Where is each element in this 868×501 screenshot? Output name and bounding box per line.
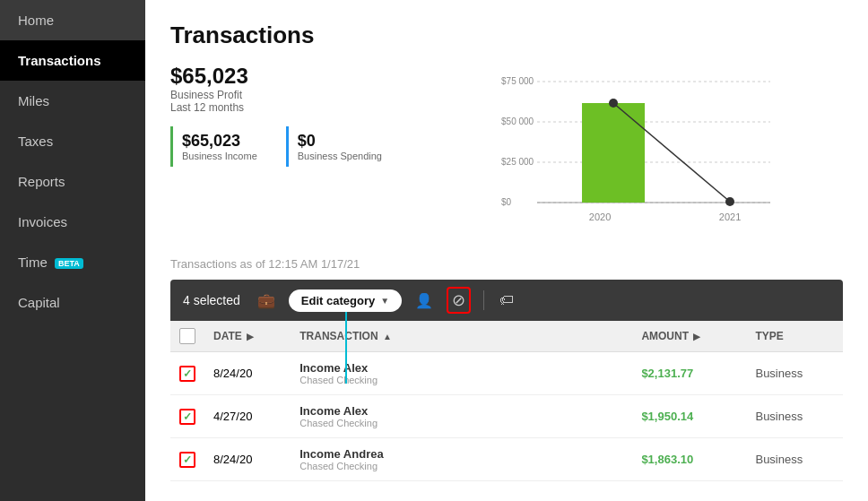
big-stat-label2: Last 12 months xyxy=(170,101,411,114)
row2-spacer xyxy=(453,395,632,438)
briefcase-icon[interactable]: 💼 xyxy=(256,290,276,310)
header-spacer xyxy=(453,321,632,352)
sidebar-item-capital[interactable]: Capital xyxy=(0,282,145,323)
chevron-down-icon: ▼ xyxy=(380,296,389,306)
top-row: $65,023 Business Profit Last 12 months $… xyxy=(170,64,843,243)
sidebar-item-time[interactable]: Time BETA xyxy=(0,242,145,282)
row1-transaction: Income Alex Chased Checking xyxy=(291,352,453,395)
row2-date: 4/27/20 xyxy=(204,395,291,438)
check-mark-icon: ✓ xyxy=(183,410,192,423)
table-row: ✓ 8/24/20 Income Alex Chased Checking $2… xyxy=(170,352,843,395)
edit-category-button[interactable]: Edit category ▼ xyxy=(289,289,402,312)
sub-stat-income: $65,023 Business Income xyxy=(170,126,272,167)
sidebar-item-miles[interactable]: Miles xyxy=(0,81,145,121)
row1-transaction-name: Income Alex xyxy=(299,361,444,375)
big-stat-label1: Business Profit xyxy=(170,89,411,101)
row2-transaction-name: Income Alex xyxy=(299,404,444,418)
edit-category-label: Edit category xyxy=(301,294,375,307)
row1-type: Business xyxy=(746,352,843,395)
table-header: DATE ▶ TRANSACTION ▲ AMOUNT ▶ TYPE xyxy=(170,321,843,352)
sidebar-item-invoices[interactable]: Invoices xyxy=(0,202,145,242)
sidebar-item-label: Time xyxy=(18,255,48,270)
sidebar-item-label: Invoices xyxy=(18,214,67,229)
row2-type: Business xyxy=(746,395,843,438)
row3-transaction: Income Andrea Chased Checking xyxy=(291,438,453,481)
row2-checkbox-cell: ✓ xyxy=(170,395,204,438)
chart-container: $75 000 $50 000 $25 000 $0 2020 2021 xyxy=(447,64,843,243)
sidebar-item-taxes[interactable]: Taxes xyxy=(0,121,145,161)
sidebar-item-label: Transactions xyxy=(18,53,101,68)
header-checkbox[interactable] xyxy=(179,328,195,344)
row3-amount: $1,863.10 xyxy=(632,438,746,481)
spending-amount: $0 xyxy=(298,132,382,151)
block-icon: ⊘ xyxy=(452,290,465,310)
header-date[interactable]: DATE ▶ xyxy=(204,321,291,352)
check-mark-icon: ✓ xyxy=(183,367,192,380)
stats-section: $65,023 Business Profit Last 12 months $… xyxy=(170,64,411,167)
sub-stats: $65,023 Business Income $0 Business Spen… xyxy=(170,126,411,167)
table-body: ✓ 8/24/20 Income Alex Chased Checking $2… xyxy=(170,352,843,481)
sidebar-item-transactions[interactable]: Transactions xyxy=(0,40,145,81)
svg-text:$0: $0 xyxy=(501,197,512,207)
row1-date: 8/24/20 xyxy=(204,352,291,395)
sidebar-item-home[interactable]: Home xyxy=(0,0,145,40)
row1-checkbox[interactable]: ✓ xyxy=(179,366,195,382)
header-transaction[interactable]: TRANSACTION ▲ xyxy=(291,321,453,352)
row2-amount: $1,950.14 xyxy=(632,395,746,438)
spending-label: Business Spending xyxy=(298,151,382,161)
row1-amount: $2,131.77 xyxy=(632,352,746,395)
sidebar-item-label: Taxes xyxy=(18,134,53,149)
selected-count: 4 selected xyxy=(183,293,240,307)
row3-checkbox-cell: ✓ xyxy=(170,438,204,481)
main-content: Transactions $65,023 Business Profit Las… xyxy=(145,0,868,501)
header-type: TYPE xyxy=(746,321,843,352)
table-row: ✓ 8/24/20 Income Andrea Chased Checking … xyxy=(170,438,843,481)
svg-text:$25 000: $25 000 xyxy=(501,157,534,167)
transactions-timestamp: Transactions as of 12:15 AM 1/17/21 xyxy=(170,257,843,271)
svg-text:2020: 2020 xyxy=(589,212,611,222)
header-checkbox-cell xyxy=(170,321,204,352)
row3-spacer xyxy=(453,438,632,481)
block-icon-wrapper[interactable]: ⊘ xyxy=(447,287,471,314)
row1-transaction-sub: Chased Checking xyxy=(299,375,444,385)
tag-icon[interactable]: 🏷 xyxy=(497,290,516,310)
sort-arrow-amount: ▶ xyxy=(693,332,700,341)
page-title: Transactions xyxy=(170,22,843,49)
row3-checkbox[interactable]: ✓ xyxy=(179,452,195,468)
sort-arrow-date: ▶ xyxy=(247,332,254,341)
row2-checkbox[interactable]: ✓ xyxy=(179,409,195,425)
sub-stat-spending: $0 Business Spending xyxy=(286,126,396,167)
person-icon[interactable]: 👤 xyxy=(414,290,434,310)
svg-text:2021: 2021 xyxy=(719,212,741,222)
big-stat: $65,023 Business Profit Last 12 months xyxy=(170,64,411,114)
income-label: Business Income xyxy=(182,151,257,161)
edit-category-container: Edit category ▼ xyxy=(289,289,402,312)
sidebar-item-label: Miles xyxy=(18,93,49,108)
header-amount[interactable]: AMOUNT ▶ xyxy=(632,321,746,352)
sidebar-item-reports[interactable]: Reports xyxy=(0,161,145,202)
time-beta-badge: BETA xyxy=(55,258,83,269)
bar-2020 xyxy=(582,103,645,203)
toolbar: 4 selected 💼 Edit category ▼ 👤 ⊘ 🏷 xyxy=(170,280,843,321)
sidebar-item-label: Home xyxy=(18,13,54,28)
svg-text:$50 000: $50 000 xyxy=(501,117,534,126)
row1-spacer xyxy=(453,352,632,395)
check-mark-icon: ✓ xyxy=(183,453,192,466)
blue-line-indicator xyxy=(345,312,347,384)
bar-chart: $75 000 $50 000 $25 000 $0 2020 2021 xyxy=(447,64,843,243)
svg-text:$75 000: $75 000 xyxy=(501,76,534,86)
toolbar-divider xyxy=(483,290,484,310)
row3-transaction-name: Income Andrea xyxy=(299,447,444,461)
row2-transaction-sub: Chased Checking xyxy=(299,418,444,428)
chart-dot-2021 xyxy=(725,197,734,206)
row2-transaction: Income Alex Chased Checking xyxy=(291,395,453,438)
big-stat-amount: $65,023 xyxy=(170,64,411,89)
row1-checkbox-cell: ✓ xyxy=(170,352,204,395)
income-amount: $65,023 xyxy=(182,132,257,151)
row3-date: 8/24/20 xyxy=(204,438,291,481)
sidebar-item-label: Reports xyxy=(18,174,65,189)
row3-transaction-sub: Chased Checking xyxy=(299,461,444,471)
row3-type: Business xyxy=(746,438,843,481)
transactions-table: DATE ▶ TRANSACTION ▲ AMOUNT ▶ TYPE ✓ 8/2… xyxy=(170,321,843,481)
sort-arrow-transaction: ▲ xyxy=(383,332,392,341)
